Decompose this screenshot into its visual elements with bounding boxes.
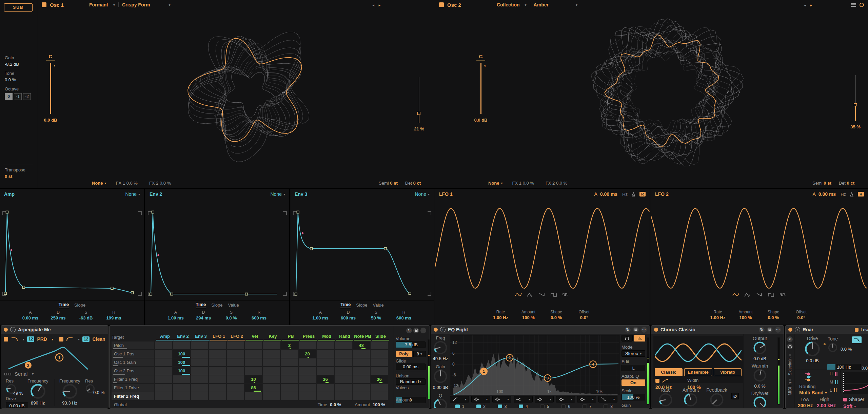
matrix-cell[interactable] bbox=[335, 341, 352, 349]
eq8-adaptq-toggle[interactable]: On bbox=[622, 379, 645, 386]
arp-freq1-value[interactable]: 890 Hz bbox=[27, 400, 48, 406]
arp-freq1-knob[interactable] bbox=[30, 384, 46, 400]
matrix-cell[interactable] bbox=[371, 350, 388, 358]
lfo-shape-triangle-icon[interactable] bbox=[744, 292, 751, 297]
matrix-column-header-rand[interactable]: Rand bbox=[336, 334, 353, 340]
env-param-value[interactable]: 294 ms bbox=[195, 315, 212, 320]
matrix-cell[interactable] bbox=[371, 341, 388, 349]
lfo-param-value[interactable]: 0.0 % bbox=[548, 315, 565, 320]
matrix-cell[interactable] bbox=[335, 384, 352, 392]
eq8-band-8-toggle[interactable] bbox=[604, 405, 608, 409]
arp-left-mode-dropdown[interactable]: PRD bbox=[37, 336, 47, 342]
matrix-cell[interactable] bbox=[299, 358, 316, 366]
arp-res1-value[interactable]: 49 % bbox=[13, 391, 23, 396]
roar-shaper-dropdown[interactable]: Soft▾ bbox=[843, 403, 856, 409]
chorus-amount-knob[interactable] bbox=[684, 393, 698, 408]
roar-drive-value[interactable]: 0.0 dB bbox=[801, 358, 824, 363]
matrix-cell[interactable]: 100 bbox=[173, 358, 190, 366]
matrix-cell[interactable]: 36 bbox=[371, 375, 388, 383]
arp-res2-value[interactable]: 0.0 % bbox=[93, 390, 104, 395]
matrix-cell[interactable] bbox=[191, 350, 208, 358]
osc2-det-value[interactable]: 0 ct bbox=[847, 181, 854, 186]
osc1-wavetable-visualization[interactable] bbox=[158, 14, 341, 169]
osc2-prev-arrow-icon[interactable]: ◂ bbox=[804, 3, 806, 7]
matrix-cell[interactable] bbox=[353, 358, 370, 366]
lfo-param-value[interactable]: 1.00 Hz bbox=[709, 315, 727, 320]
matrix-cell[interactable] bbox=[245, 350, 262, 358]
matrix-cell[interactable] bbox=[371, 367, 388, 375]
chorus-warmth-value[interactable]: 0.0 % bbox=[746, 384, 774, 389]
matrix-cell[interactable]: 10 bbox=[245, 375, 262, 383]
lfo-shape-sine-icon[interactable] bbox=[515, 292, 522, 297]
arp-fold-icon[interactable]: ↓ bbox=[10, 327, 16, 332]
eq8-band-4-toggle[interactable] bbox=[519, 405, 523, 409]
matrix-cell[interactable] bbox=[227, 392, 244, 400]
osc2-fx1-value[interactable]: 0.0 % bbox=[523, 181, 534, 186]
matrix-cell[interactable] bbox=[209, 358, 226, 366]
octave-button--1[interactable]: -1 bbox=[14, 93, 22, 100]
chorus-device-title[interactable]: Chorus Classic bbox=[660, 327, 695, 332]
env-curve-display[interactable] bbox=[0, 199, 144, 298]
matrix-target-label[interactable]: Filter 1 Drive bbox=[112, 384, 154, 392]
eq8-hot-swap-icon[interactable]: ↻ bbox=[625, 327, 631, 333]
roar-variation-dropdown-icon[interactable]: ▾ bbox=[787, 336, 793, 342]
lfo-param-value[interactable]: 0.0 % bbox=[765, 315, 782, 320]
matrix-cell[interactable] bbox=[371, 392, 388, 400]
env-tab-slope[interactable]: Slope bbox=[356, 303, 367, 308]
matrix-cell[interactable] bbox=[245, 392, 262, 400]
osc2-position-value[interactable]: 35 % bbox=[849, 124, 862, 129]
env-mod-selector[interactable]: None bbox=[415, 191, 426, 197]
env-curve-display[interactable] bbox=[145, 199, 289, 298]
chain-scrollbar[interactable] bbox=[0, 409, 868, 414]
matrix-cell[interactable] bbox=[227, 384, 244, 392]
matrix-target-label[interactable]: Filter 2 Freq bbox=[112, 392, 154, 400]
lfo-param-value[interactable]: 0.0° bbox=[792, 315, 810, 320]
matrix-column-header-lfo-1[interactable]: LFO 1 bbox=[210, 334, 228, 340]
arp-device-activator[interactable] bbox=[4, 328, 8, 332]
eq8-band-7-filter-type-dropdown[interactable]: ▾ bbox=[577, 396, 596, 402]
matrix-cell[interactable] bbox=[191, 375, 208, 383]
arp-device-title[interactable]: Arpeggiate Me bbox=[18, 327, 51, 332]
matrix-cell[interactable]: 48 bbox=[353, 341, 370, 349]
eq8-band-1-toggle[interactable] bbox=[455, 405, 460, 409]
matrix-cell[interactable] bbox=[155, 375, 172, 383]
roar-band-tab-low[interactable]: Low bbox=[855, 327, 868, 332]
chorus-hp-toggle[interactable] bbox=[655, 379, 659, 383]
eq8-band-6-toggle[interactable] bbox=[561, 405, 566, 409]
chorus-device-activator[interactable] bbox=[654, 328, 658, 332]
lfo-param-value[interactable]: 100 % bbox=[520, 315, 537, 320]
glide-field[interactable]: 0.00 ms bbox=[396, 364, 426, 370]
matrix-cell[interactable] bbox=[191, 358, 208, 366]
octave-button-0[interactable]: 0 bbox=[5, 93, 13, 100]
matrix-amount-value[interactable]: 100 % bbox=[373, 402, 385, 407]
env-param-value[interactable]: 0.0 % bbox=[222, 315, 240, 320]
matrix-column-header-lfo-2[interactable]: LFO 2 bbox=[228, 334, 245, 340]
matrix-cell[interactable] bbox=[353, 350, 370, 358]
lfo-param-value[interactable]: 1.00 Hz bbox=[492, 315, 510, 320]
matrix-cell[interactable] bbox=[317, 384, 334, 392]
matrix-cell[interactable] bbox=[299, 341, 316, 349]
arp-right-toggle[interactable] bbox=[59, 337, 63, 341]
osc2-gain-value[interactable]: 0.0 dB bbox=[474, 118, 487, 123]
roar-tone-filter-icon[interactable] bbox=[852, 336, 862, 343]
roar-audition-icon[interactable] bbox=[787, 344, 793, 349]
lfo-shape-saw-icon[interactable] bbox=[756, 292, 763, 297]
matrix-cell[interactable] bbox=[209, 384, 226, 392]
matrix-cell[interactable] bbox=[155, 341, 172, 349]
lfo-attack-value[interactable]: 0.00 ms bbox=[818, 191, 836, 197]
matrix-time-value[interactable]: 0.0 % bbox=[330, 402, 341, 407]
arp-right-badge[interactable]: 12 bbox=[82, 336, 90, 342]
matrix-cell[interactable] bbox=[245, 341, 262, 349]
gain-value[interactable]: -8.2 dB bbox=[5, 62, 32, 67]
osc2-semi-value[interactable]: 0 st bbox=[824, 181, 831, 186]
matrix-column-header-mod[interactable]: Mod bbox=[318, 334, 335, 340]
matrix-cell[interactable] bbox=[371, 358, 388, 366]
env-tab-time[interactable]: Time bbox=[340, 302, 351, 308]
eq8-band-5-toggle[interactable] bbox=[540, 405, 545, 409]
eq8-band-5-filter-type-dropdown[interactable]: ▾ bbox=[535, 396, 554, 402]
lfo-shape-saw-icon[interactable] bbox=[539, 292, 546, 297]
osc1-toggle[interactable] bbox=[42, 2, 46, 7]
lfo-wave-display[interactable] bbox=[435, 200, 650, 297]
matrix-cell[interactable] bbox=[227, 375, 244, 383]
eq8-fold-icon[interactable]: ↑ bbox=[440, 327, 446, 332]
